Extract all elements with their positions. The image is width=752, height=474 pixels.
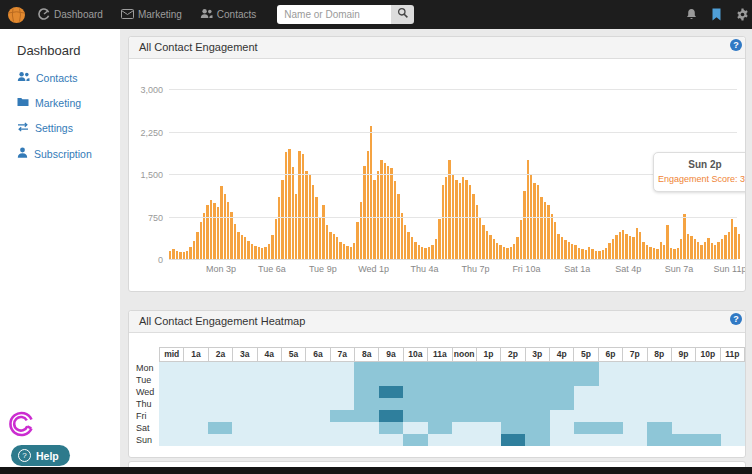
engagement-bar[interactable] — [414, 242, 416, 259]
engagement-bar[interactable] — [510, 247, 512, 259]
heatmap-cell[interactable] — [354, 362, 378, 374]
engagement-bar[interactable] — [731, 219, 733, 259]
heatmap-cell[interactable] — [721, 410, 745, 422]
heatmap-cell[interactable] — [257, 410, 281, 422]
engagement-bar[interactable] — [581, 249, 583, 259]
heatmap-cell[interactable] — [281, 410, 305, 422]
engagement-bar[interactable] — [557, 234, 559, 260]
heatmap-cell[interactable] — [525, 434, 549, 446]
heatmap-cell[interactable] — [721, 398, 745, 410]
heatmap-cell[interactable] — [599, 398, 623, 410]
engagement-bar[interactable] — [394, 181, 396, 259]
heatmap-cell[interactable] — [501, 434, 525, 446]
engagement-bar[interactable] — [680, 239, 682, 259]
engagement-bar[interactable] — [326, 225, 328, 259]
engagement-bar[interactable] — [445, 177, 447, 259]
engagement-bar[interactable] — [295, 194, 297, 259]
engagement-bar[interactable] — [390, 168, 392, 259]
engagement-bar[interactable] — [673, 249, 675, 259]
engagement-bar[interactable] — [169, 251, 171, 260]
heatmap-cell[interactable] — [550, 398, 574, 410]
engagement-bar[interactable] — [285, 152, 287, 259]
sidebar-item-contacts[interactable]: Contacts — [17, 71, 120, 84]
engagement-bar[interactable] — [724, 235, 726, 259]
heatmap-cell[interactable] — [696, 362, 720, 374]
engagement-bar[interactable] — [544, 202, 546, 259]
heatmap-cell[interactable] — [672, 386, 696, 398]
engagement-bar[interactable] — [721, 239, 723, 259]
heatmap-cell[interactable] — [623, 410, 647, 422]
heatmap-cell[interactable] — [281, 386, 305, 398]
engagement-bar[interactable] — [591, 249, 593, 259]
heatmap-cell[interactable] — [428, 434, 452, 446]
heatmap-cell[interactable] — [525, 386, 549, 398]
engagement-bar[interactable] — [670, 248, 672, 259]
heatmap-cell[interactable] — [696, 410, 720, 422]
engagement-bar[interactable] — [469, 185, 471, 259]
heatmap-cell[interactable] — [647, 434, 671, 446]
heatmap-cell[interactable] — [672, 398, 696, 410]
engagement-bar[interactable] — [329, 232, 331, 259]
heatmap-cell[interactable] — [208, 362, 232, 374]
heatmap-cell[interactable] — [232, 362, 256, 374]
engagement-bar[interactable] — [319, 217, 321, 260]
heatmap-cell[interactable] — [525, 374, 549, 386]
heatmap-cell[interactable] — [159, 422, 183, 434]
engagement-bar[interactable] — [462, 177, 464, 259]
heatmap-cell[interactable] — [281, 362, 305, 374]
engagement-bar[interactable] — [687, 234, 689, 260]
heatmap-cell[interactable] — [696, 422, 720, 434]
sidebar-item-subscription[interactable]: Subscription — [17, 147, 120, 160]
heatmap-cell[interactable] — [330, 422, 354, 434]
engagement-bar[interactable] — [697, 242, 699, 259]
heatmap-cell[interactable] — [183, 362, 207, 374]
engagement-bar[interactable] — [503, 247, 505, 259]
engagement-bar[interactable] — [224, 194, 226, 259]
engagement-bar[interactable] — [486, 231, 488, 259]
engagement-bar[interactable] — [421, 247, 423, 259]
bell-icon[interactable] — [685, 8, 698, 21]
engagement-bar[interactable] — [220, 186, 222, 259]
heatmap-cell[interactable] — [403, 362, 427, 374]
heatmap-cell[interactable] — [159, 374, 183, 386]
engagement-bar[interactable] — [738, 234, 740, 260]
engagement-bar[interactable] — [683, 214, 685, 259]
engagement-bar[interactable] — [373, 180, 375, 259]
engagement-bar[interactable] — [203, 213, 205, 259]
engagement-bar[interactable] — [431, 245, 433, 259]
heatmap-cell[interactable] — [476, 362, 500, 374]
engagement-bar[interactable] — [288, 149, 290, 260]
engagement-bar[interactable] — [608, 243, 610, 259]
engagement-bar[interactable] — [677, 248, 679, 259]
heatmap-cell[interactable] — [599, 386, 623, 398]
heatmap-cell[interactable] — [647, 410, 671, 422]
engagement-bar[interactable] — [186, 251, 188, 259]
heatmap-cell[interactable] — [647, 386, 671, 398]
engagement-bar[interactable] — [711, 243, 713, 259]
heatmap-cell[interactable] — [452, 410, 476, 422]
heatmap-cell[interactable] — [476, 386, 500, 398]
engagement-bar[interactable] — [183, 252, 185, 259]
heatmap-cell[interactable] — [354, 386, 378, 398]
sidebar-item-settings[interactable]: Settings — [17, 122, 120, 134]
heatmap-cell[interactable] — [330, 374, 354, 386]
heatmap-cell[interactable] — [306, 434, 330, 446]
heatmap-cell[interactable] — [281, 434, 305, 446]
heatmap-cell[interactable] — [330, 398, 354, 410]
heatmap-cell[interactable] — [354, 410, 378, 422]
engagement-bar[interactable] — [588, 247, 590, 259]
engagement-bar[interactable] — [261, 248, 263, 259]
heatmap-cell[interactable] — [721, 386, 745, 398]
engagement-bar[interactable] — [367, 151, 369, 259]
heatmap-cell[interactable] — [208, 422, 232, 434]
engagement-bar[interactable] — [704, 242, 706, 259]
app-logo-icon[interactable] — [7, 6, 26, 24]
heatmap-cell[interactable] — [330, 410, 354, 422]
engagement-bar[interactable] — [424, 248, 426, 259]
heatmap-cell[interactable] — [550, 410, 574, 422]
heatmap-cell[interactable] — [403, 434, 427, 446]
heatmap-cell[interactable] — [379, 398, 403, 410]
heatmap-cell[interactable] — [623, 386, 647, 398]
engagement-bar[interactable] — [435, 239, 437, 259]
engagement-bar[interactable] — [639, 232, 641, 259]
